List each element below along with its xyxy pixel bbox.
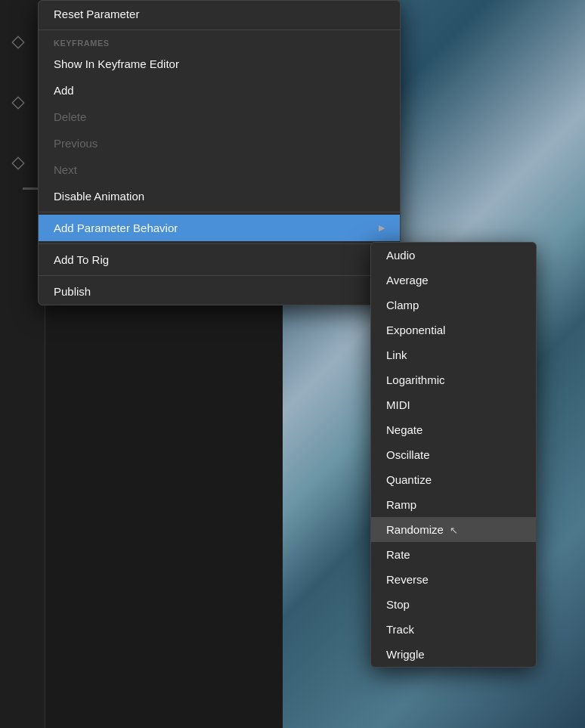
diamond-icon-3 — [12, 157, 25, 170]
logarithmic-item[interactable]: Logarithmic — [371, 367, 536, 392]
randomize-item[interactable]: Randomize ↖ — [371, 517, 536, 542]
rate-item[interactable]: Rate — [371, 542, 536, 567]
stop-item[interactable]: Stop — [371, 592, 536, 617]
reset-parameter-label: Reset Parameter — [54, 8, 139, 20]
context-menu: Reset Parameter KEYFRAMES Show In Keyfra… — [38, 0, 401, 305]
track-label: Track — [386, 623, 414, 636]
delete-label: Delete — [54, 110, 86, 123]
exponential-item[interactable]: Exponential — [371, 318, 536, 342]
reverse-item[interactable]: Reverse — [371, 567, 536, 592]
diamond-icons-container — [14, 38, 23, 168]
previous-label: Previous — [54, 137, 98, 150]
average-label: Average — [386, 274, 429, 287]
ramp-label: Ramp — [386, 498, 416, 511]
ramp-item[interactable]: Ramp — [371, 492, 536, 517]
show-in-keyframe-editor-item[interactable]: Show In Keyframe Editor — [39, 51, 400, 77]
add-label: Add — [54, 84, 74, 97]
timeline-marker — [23, 187, 38, 190]
add-item[interactable]: Add — [39, 77, 400, 104]
stop-label: Stop — [386, 598, 410, 611]
exponential-label: Exponential — [386, 324, 445, 336]
add-to-rig-item[interactable]: Add To Rig ▶ — [39, 246, 400, 273]
add-parameter-behavior-item[interactable]: Add Parameter Behavior ▶ — [39, 215, 400, 241]
add-to-rig-label: Add To Rig — [54, 253, 109, 266]
oscillate-item[interactable]: Oscillate — [371, 442, 536, 467]
show-in-keyframe-editor-label: Show In Keyframe Editor — [54, 57, 179, 70]
menu-divider-2 — [39, 212, 400, 212]
reset-parameter-item[interactable]: Reset Parameter — [39, 1, 400, 27]
disable-animation-label: Disable Animation — [54, 190, 144, 203]
menu-divider-4 — [39, 275, 400, 276]
publish-item[interactable]: Publish — [39, 278, 400, 305]
rate-label: Rate — [386, 548, 410, 561]
keyframes-section-header: KEYFRAMES — [39, 33, 400, 51]
wriggle-item[interactable]: Wriggle — [371, 642, 536, 667]
disable-animation-item[interactable]: Disable Animation — [39, 183, 400, 209]
quantize-label: Quantize — [386, 473, 432, 486]
link-label: Link — [386, 349, 407, 361]
negate-item[interactable]: Negate — [371, 417, 536, 442]
next-label: Next — [54, 163, 77, 176]
audio-label: Audio — [386, 249, 415, 262]
add-parameter-behavior-label: Add Parameter Behavior — [54, 221, 178, 234]
publish-label: Publish — [54, 285, 91, 298]
parameter-behavior-submenu: Audio Average Clamp Exponential Link Log… — [370, 242, 537, 668]
track-item[interactable]: Track — [371, 617, 536, 642]
menu-divider-1 — [39, 29, 400, 30]
randomize-label: Randomize — [386, 523, 444, 536]
diamond-icon-1 — [12, 36, 25, 49]
reverse-label: Reverse — [386, 573, 429, 586]
midi-label: MIDI — [386, 398, 410, 411]
diamond-icon-2 — [12, 97, 25, 110]
cursor-indicator: ↖ — [450, 525, 458, 536]
average-item[interactable]: Average — [371, 268, 536, 293]
link-item[interactable]: Link — [371, 342, 536, 367]
clamp-item[interactable]: Clamp — [371, 293, 536, 318]
previous-item: Previous — [39, 130, 400, 156]
add-parameter-behavior-arrow: ▶ — [379, 223, 385, 233]
next-item: Next — [39, 156, 400, 183]
menu-divider-3 — [39, 243, 400, 244]
audio-item[interactable]: Audio — [371, 243, 536, 268]
logarithmic-label: Logarithmic — [386, 373, 445, 386]
oscillate-label: Oscillate — [386, 448, 430, 461]
quantize-item[interactable]: Quantize — [371, 467, 536, 492]
negate-label: Negate — [386, 423, 422, 436]
wriggle-label: Wriggle — [386, 648, 425, 661]
midi-item[interactable]: MIDI — [371, 392, 536, 417]
clamp-label: Clamp — [386, 299, 419, 311]
delete-item: Delete — [39, 104, 400, 130]
